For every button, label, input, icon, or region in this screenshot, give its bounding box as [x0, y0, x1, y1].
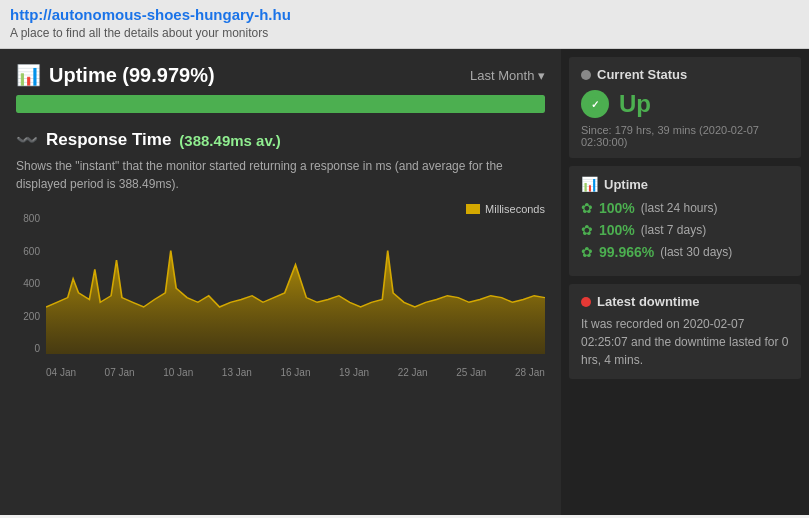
- current-status-label: Current Status: [597, 67, 687, 82]
- chart-svg-container: [46, 213, 545, 354]
- uptime-30d-pct: 99.966%: [599, 244, 654, 260]
- uptime-progress-fill: [16, 95, 545, 113]
- response-description: Shows the "instant" that the monitor sta…: [16, 157, 545, 193]
- uptime-bar-icon: 📊: [581, 176, 598, 192]
- x-label-04jan: 04 Jan: [46, 367, 76, 378]
- y-label-400: 400: [16, 278, 40, 289]
- uptime-right-label: Uptime: [604, 177, 648, 192]
- main-content: 📊 Uptime (99.979%) Last Month ▾ 〰️ Respo…: [0, 49, 809, 515]
- bar-chart-icon: 📊: [16, 63, 41, 87]
- x-label-07jan: 07 Jan: [105, 367, 135, 378]
- wave-icon: 〰️: [16, 129, 38, 151]
- uptime-24h-pct: 100%: [599, 200, 635, 216]
- uptime-progress-bar: [16, 95, 545, 113]
- response-avg: (388.49ms av.): [179, 132, 280, 149]
- downtime-red-dot: [581, 297, 591, 307]
- uptime-right-title: 📊 Uptime: [581, 176, 789, 192]
- right-panel: Current Status ✓ Up Since: 179 hrs, 39 m…: [561, 49, 809, 515]
- response-title-text: Response Time: [46, 130, 171, 150]
- uptime-24h-label: (last 24 hours): [641, 201, 718, 215]
- y-label-600: 600: [16, 246, 40, 257]
- uptime-7d-icon: ✿: [581, 222, 593, 238]
- uptime-7d-label: (last 7 days): [641, 223, 706, 237]
- uptime-7d-pct: 100%: [599, 222, 635, 238]
- uptime-label-text: Uptime (99.979%): [49, 64, 215, 87]
- uptime-row-30d: ✿ 99.966% (last 30 days): [581, 244, 789, 260]
- chart-x-axis: 04 Jan 07 Jan 10 Jan 13 Jan 16 Jan 19 Ja…: [46, 363, 545, 378]
- x-label-10jan: 10 Jan: [163, 367, 193, 378]
- uptime-header: 📊 Uptime (99.979%) Last Month ▾: [16, 63, 545, 87]
- checkmark-icon: ✓: [588, 97, 602, 111]
- latest-downtime-label: Latest downtime: [597, 294, 700, 309]
- y-label-0: 0: [16, 343, 40, 354]
- site-url[interactable]: http://autonomous-shoes-hungary-h.hu: [10, 6, 291, 23]
- latest-downtime-section: Latest downtime It was recorded on 2020-…: [569, 284, 801, 379]
- chart-y-axis: 800 600 400 200 0: [16, 213, 44, 354]
- status-up-icon: ✓: [581, 90, 609, 118]
- y-label-800: 800: [16, 213, 40, 224]
- x-label-28jan: 28 Jan: [515, 367, 545, 378]
- uptime-row-24h: ✿ 100% (last 24 hours): [581, 200, 789, 216]
- chart-svg: [46, 213, 545, 354]
- x-label-19jan: 19 Jan: [339, 367, 369, 378]
- status-up-row: ✓ Up: [581, 90, 789, 118]
- y-label-200: 200: [16, 311, 40, 322]
- x-label-16jan: 16 Jan: [280, 367, 310, 378]
- current-status-dot: [581, 70, 591, 80]
- response-time-section: 〰️ Response Time (388.49ms av.) Shows th…: [16, 129, 545, 193]
- page-header: http://autonomous-shoes-hungary-h.hu A p…: [0, 0, 809, 49]
- site-subtitle: A place to find all the details about yo…: [10, 26, 799, 40]
- uptime-24h-icon: ✿: [581, 200, 593, 216]
- current-status-section: Current Status ✓ Up Since: 179 hrs, 39 m…: [569, 57, 801, 158]
- uptime-title: 📊 Uptime (99.979%): [16, 63, 215, 87]
- downtime-description: It was recorded on 2020-02-07 02:25:07 a…: [581, 315, 789, 369]
- uptime-right-section: 📊 Uptime ✿ 100% (last 24 hours) ✿ 100% (…: [569, 166, 801, 276]
- status-up-text: Up: [619, 90, 651, 118]
- uptime-row-7d: ✿ 100% (last 7 days): [581, 222, 789, 238]
- left-panel: 📊 Uptime (99.979%) Last Month ▾ 〰️ Respo…: [0, 49, 561, 515]
- period-selector-button[interactable]: Last Month ▾: [470, 68, 545, 83]
- x-label-13jan: 13 Jan: [222, 367, 252, 378]
- uptime-30d-label: (last 30 days): [660, 245, 732, 259]
- uptime-30d-icon: ✿: [581, 244, 593, 260]
- status-since: Since: 179 hrs, 39 mins (2020-02-07 02:3…: [581, 124, 789, 148]
- x-label-25jan: 25 Jan: [456, 367, 486, 378]
- current-status-title: Current Status: [581, 67, 789, 82]
- response-chart: Milliseconds 800 600 400 200 0: [16, 203, 545, 378]
- svg-text:✓: ✓: [591, 99, 599, 110]
- response-title: 〰️ Response Time (388.49ms av.): [16, 129, 545, 151]
- x-label-22jan: 22 Jan: [398, 367, 428, 378]
- latest-downtime-title: Latest downtime: [581, 294, 789, 309]
